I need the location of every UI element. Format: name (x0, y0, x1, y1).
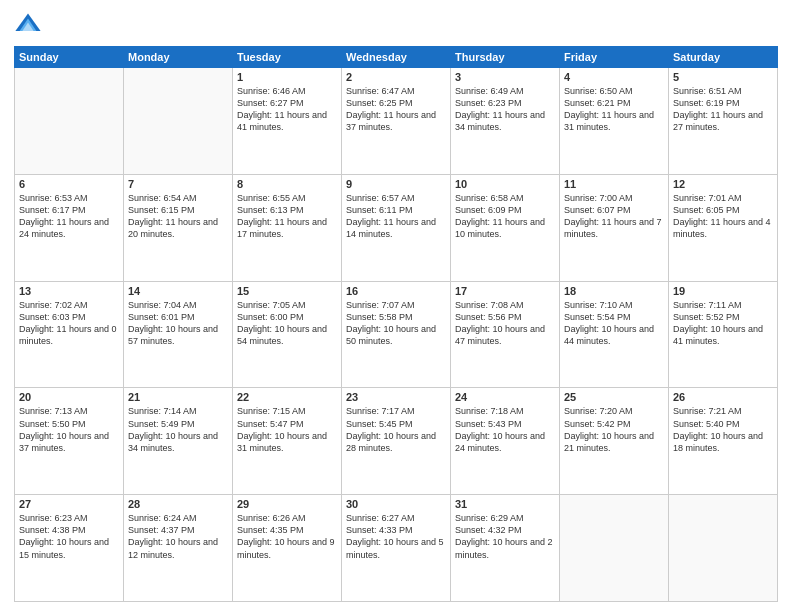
day-info: Sunrise: 6:23 AM Sunset: 4:38 PM Dayligh… (19, 512, 119, 561)
weekday-header-monday: Monday (124, 47, 233, 68)
weekday-header-saturday: Saturday (669, 47, 778, 68)
calendar-cell-w4-d5 (560, 495, 669, 602)
day-number: 31 (455, 498, 555, 510)
header (14, 10, 778, 38)
day-info: Sunrise: 7:00 AM Sunset: 6:07 PM Dayligh… (564, 192, 664, 241)
calendar-cell-w0-d2: 1Sunrise: 6:46 AM Sunset: 6:27 PM Daylig… (233, 68, 342, 175)
calendar-week-0: 1Sunrise: 6:46 AM Sunset: 6:27 PM Daylig… (15, 68, 778, 175)
day-number: 20 (19, 391, 119, 403)
calendar-cell-w4-d4: 31Sunrise: 6:29 AM Sunset: 4:32 PM Dayli… (451, 495, 560, 602)
day-info: Sunrise: 6:51 AM Sunset: 6:19 PM Dayligh… (673, 85, 773, 134)
day-number: 1 (237, 71, 337, 83)
day-info: Sunrise: 7:04 AM Sunset: 6:01 PM Dayligh… (128, 299, 228, 348)
calendar-cell-w2-d5: 18Sunrise: 7:10 AM Sunset: 5:54 PM Dayli… (560, 281, 669, 388)
day-info: Sunrise: 7:01 AM Sunset: 6:05 PM Dayligh… (673, 192, 773, 241)
calendar-cell-w4-d3: 30Sunrise: 6:27 AM Sunset: 4:33 PM Dayli… (342, 495, 451, 602)
day-number: 5 (673, 71, 773, 83)
logo (14, 10, 46, 38)
calendar-cell-w1-d1: 7Sunrise: 6:54 AM Sunset: 6:15 PM Daylig… (124, 174, 233, 281)
day-info: Sunrise: 7:20 AM Sunset: 5:42 PM Dayligh… (564, 405, 664, 454)
day-number: 17 (455, 285, 555, 297)
day-info: Sunrise: 6:55 AM Sunset: 6:13 PM Dayligh… (237, 192, 337, 241)
weekday-header-row: SundayMondayTuesdayWednesdayThursdayFrid… (15, 47, 778, 68)
day-number: 30 (346, 498, 446, 510)
day-info: Sunrise: 7:17 AM Sunset: 5:45 PM Dayligh… (346, 405, 446, 454)
day-number: 29 (237, 498, 337, 510)
day-info: Sunrise: 6:58 AM Sunset: 6:09 PM Dayligh… (455, 192, 555, 241)
day-info: Sunrise: 6:46 AM Sunset: 6:27 PM Dayligh… (237, 85, 337, 134)
day-number: 11 (564, 178, 664, 190)
day-info: Sunrise: 6:29 AM Sunset: 4:32 PM Dayligh… (455, 512, 555, 561)
day-info: Sunrise: 7:15 AM Sunset: 5:47 PM Dayligh… (237, 405, 337, 454)
calendar-table: SundayMondayTuesdayWednesdayThursdayFrid… (14, 46, 778, 602)
day-number: 9 (346, 178, 446, 190)
day-info: Sunrise: 7:07 AM Sunset: 5:58 PM Dayligh… (346, 299, 446, 348)
calendar-cell-w4-d1: 28Sunrise: 6:24 AM Sunset: 4:37 PM Dayli… (124, 495, 233, 602)
day-info: Sunrise: 7:08 AM Sunset: 5:56 PM Dayligh… (455, 299, 555, 348)
day-info: Sunrise: 6:27 AM Sunset: 4:33 PM Dayligh… (346, 512, 446, 561)
weekday-header-wednesday: Wednesday (342, 47, 451, 68)
day-number: 3 (455, 71, 555, 83)
calendar-cell-w2-d2: 15Sunrise: 7:05 AM Sunset: 6:00 PM Dayli… (233, 281, 342, 388)
calendar-cell-w3-d4: 24Sunrise: 7:18 AM Sunset: 5:43 PM Dayli… (451, 388, 560, 495)
calendar-cell-w0-d3: 2Sunrise: 6:47 AM Sunset: 6:25 PM Daylig… (342, 68, 451, 175)
calendar-cell-w3-d0: 20Sunrise: 7:13 AM Sunset: 5:50 PM Dayli… (15, 388, 124, 495)
day-info: Sunrise: 7:02 AM Sunset: 6:03 PM Dayligh… (19, 299, 119, 348)
day-number: 7 (128, 178, 228, 190)
calendar-cell-w2-d3: 16Sunrise: 7:07 AM Sunset: 5:58 PM Dayli… (342, 281, 451, 388)
day-info: Sunrise: 6:53 AM Sunset: 6:17 PM Dayligh… (19, 192, 119, 241)
day-info: Sunrise: 7:14 AM Sunset: 5:49 PM Dayligh… (128, 405, 228, 454)
weekday-header-sunday: Sunday (15, 47, 124, 68)
day-info: Sunrise: 6:24 AM Sunset: 4:37 PM Dayligh… (128, 512, 228, 561)
calendar-cell-w2-d0: 13Sunrise: 7:02 AM Sunset: 6:03 PM Dayli… (15, 281, 124, 388)
day-info: Sunrise: 6:47 AM Sunset: 6:25 PM Dayligh… (346, 85, 446, 134)
day-number: 24 (455, 391, 555, 403)
calendar-cell-w0-d0 (15, 68, 124, 175)
calendar-cell-w1-d3: 9Sunrise: 6:57 AM Sunset: 6:11 PM Daylig… (342, 174, 451, 281)
calendar-cell-w3-d3: 23Sunrise: 7:17 AM Sunset: 5:45 PM Dayli… (342, 388, 451, 495)
calendar-week-3: 20Sunrise: 7:13 AM Sunset: 5:50 PM Dayli… (15, 388, 778, 495)
logo-icon (14, 10, 42, 38)
day-number: 26 (673, 391, 773, 403)
day-number: 23 (346, 391, 446, 403)
calendar-cell-w4-d2: 29Sunrise: 6:26 AM Sunset: 4:35 PM Dayli… (233, 495, 342, 602)
weekday-header-friday: Friday (560, 47, 669, 68)
calendar-cell-w2-d1: 14Sunrise: 7:04 AM Sunset: 6:01 PM Dayli… (124, 281, 233, 388)
weekday-header-tuesday: Tuesday (233, 47, 342, 68)
day-number: 16 (346, 285, 446, 297)
day-number: 25 (564, 391, 664, 403)
day-info: Sunrise: 6:49 AM Sunset: 6:23 PM Dayligh… (455, 85, 555, 134)
calendar-cell-w0-d4: 3Sunrise: 6:49 AM Sunset: 6:23 PM Daylig… (451, 68, 560, 175)
day-number: 4 (564, 71, 664, 83)
day-info: Sunrise: 6:26 AM Sunset: 4:35 PM Dayligh… (237, 512, 337, 561)
day-info: Sunrise: 6:57 AM Sunset: 6:11 PM Dayligh… (346, 192, 446, 241)
calendar-cell-w2-d6: 19Sunrise: 7:11 AM Sunset: 5:52 PM Dayli… (669, 281, 778, 388)
calendar-cell-w3-d2: 22Sunrise: 7:15 AM Sunset: 5:47 PM Dayli… (233, 388, 342, 495)
day-number: 13 (19, 285, 119, 297)
calendar-cell-w1-d5: 11Sunrise: 7:00 AM Sunset: 6:07 PM Dayli… (560, 174, 669, 281)
calendar-week-4: 27Sunrise: 6:23 AM Sunset: 4:38 PM Dayli… (15, 495, 778, 602)
day-info: Sunrise: 6:54 AM Sunset: 6:15 PM Dayligh… (128, 192, 228, 241)
day-number: 12 (673, 178, 773, 190)
day-number: 10 (455, 178, 555, 190)
day-number: 2 (346, 71, 446, 83)
weekday-header-thursday: Thursday (451, 47, 560, 68)
day-number: 28 (128, 498, 228, 510)
calendar-cell-w4-d0: 27Sunrise: 6:23 AM Sunset: 4:38 PM Dayli… (15, 495, 124, 602)
day-info: Sunrise: 7:13 AM Sunset: 5:50 PM Dayligh… (19, 405, 119, 454)
day-number: 27 (19, 498, 119, 510)
calendar-cell-w3-d6: 26Sunrise: 7:21 AM Sunset: 5:40 PM Dayli… (669, 388, 778, 495)
calendar-cell-w0-d5: 4Sunrise: 6:50 AM Sunset: 6:21 PM Daylig… (560, 68, 669, 175)
day-info: Sunrise: 7:10 AM Sunset: 5:54 PM Dayligh… (564, 299, 664, 348)
day-number: 15 (237, 285, 337, 297)
calendar-cell-w1-d2: 8Sunrise: 6:55 AM Sunset: 6:13 PM Daylig… (233, 174, 342, 281)
day-number: 21 (128, 391, 228, 403)
calendar-cell-w0-d1 (124, 68, 233, 175)
day-number: 14 (128, 285, 228, 297)
calendar-cell-w1-d6: 12Sunrise: 7:01 AM Sunset: 6:05 PM Dayli… (669, 174, 778, 281)
day-info: Sunrise: 7:21 AM Sunset: 5:40 PM Dayligh… (673, 405, 773, 454)
calendar-cell-w1-d0: 6Sunrise: 6:53 AM Sunset: 6:17 PM Daylig… (15, 174, 124, 281)
calendar-cell-w1-d4: 10Sunrise: 6:58 AM Sunset: 6:09 PM Dayli… (451, 174, 560, 281)
calendar-cell-w2-d4: 17Sunrise: 7:08 AM Sunset: 5:56 PM Dayli… (451, 281, 560, 388)
calendar-cell-w3-d5: 25Sunrise: 7:20 AM Sunset: 5:42 PM Dayli… (560, 388, 669, 495)
